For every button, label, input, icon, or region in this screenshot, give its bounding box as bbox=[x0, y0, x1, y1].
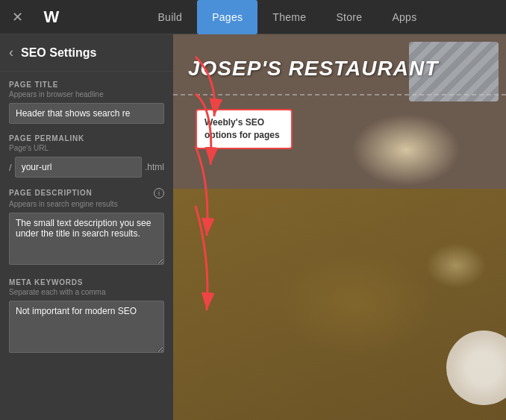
top-nav: ✕ W Build Pages Theme Store Apps bbox=[0, 0, 506, 34]
page-title-group: PAGE TITLE Appears in browser headline bbox=[9, 81, 164, 124]
tab-theme[interactable]: Theme bbox=[257, 0, 321, 34]
page-permalink-sublabel: Page's URL bbox=[9, 144, 164, 152]
page-permalink-group: PAGE PERMALINK Page's URL / .html bbox=[9, 134, 164, 178]
permalink-input[interactable] bbox=[15, 157, 142, 178]
panel-header: ‹ SEO Settings bbox=[0, 34, 173, 72]
page-description-sublabel: Appears in search engine results bbox=[9, 200, 164, 208]
logo: W bbox=[34, 0, 69, 34]
tab-build[interactable]: Build bbox=[143, 0, 197, 34]
tab-store[interactable]: Store bbox=[321, 0, 377, 34]
tooltip-text: Weebly's SEO options for pages bbox=[204, 117, 280, 140]
main-layout: ‹ SEO Settings PAGE TITLE Appears in bro… bbox=[0, 34, 506, 420]
meta-keywords-label: META KEYWORDS bbox=[9, 278, 164, 286]
meta-keywords-input[interactable] bbox=[9, 301, 164, 353]
panel-title: SEO Settings bbox=[21, 46, 96, 60]
page-permalink-label: PAGE PERMALINK bbox=[9, 134, 164, 142]
logo-icon: W bbox=[44, 7, 60, 27]
permalink-extension: .html bbox=[145, 162, 164, 172]
tab-apps[interactable]: Apps bbox=[377, 0, 431, 34]
right-preview: JOSEP'S RESTAURANT Weebly's SEO options … bbox=[173, 34, 506, 420]
tab-pages[interactable]: Pages bbox=[197, 0, 257, 34]
close-icon: ✕ bbox=[12, 9, 23, 25]
close-button[interactable]: ✕ bbox=[0, 0, 34, 34]
left-panel: ‹ SEO Settings PAGE TITLE Appears in bro… bbox=[0, 34, 173, 420]
page-title-label: PAGE TITLE bbox=[9, 81, 164, 89]
permalink-slash: / bbox=[9, 162, 12, 173]
page-description-label-row: PAGE DESCRIPTION i bbox=[9, 188, 164, 198]
page-description-input[interactable] bbox=[9, 213, 164, 265]
restaurant-title: JOSEP'S RESTAURANT bbox=[188, 57, 438, 81]
page-title-sublabel: Appears in browser headline bbox=[9, 90, 164, 98]
page-title-input[interactable] bbox=[9, 103, 164, 124]
description-info-icon[interactable]: i bbox=[154, 188, 164, 198]
tooltip-box: Weebly's SEO options for pages bbox=[196, 109, 293, 149]
meta-keywords-sublabel: Separate each with a comma bbox=[9, 288, 164, 296]
meta-keywords-group: META KEYWORDS Separate each with a comma bbox=[9, 278, 164, 356]
back-button[interactable]: ‹ bbox=[9, 45, 13, 60]
nav-tabs: Build Pages Theme Store Apps bbox=[69, 0, 506, 34]
panel-content: PAGE TITLE Appears in browser headline P… bbox=[0, 72, 173, 420]
page-description-label: PAGE DESCRIPTION bbox=[9, 189, 93, 197]
permalink-row: / .html bbox=[9, 157, 164, 178]
page-description-group: PAGE DESCRIPTION i Appears in search eng… bbox=[9, 188, 164, 268]
